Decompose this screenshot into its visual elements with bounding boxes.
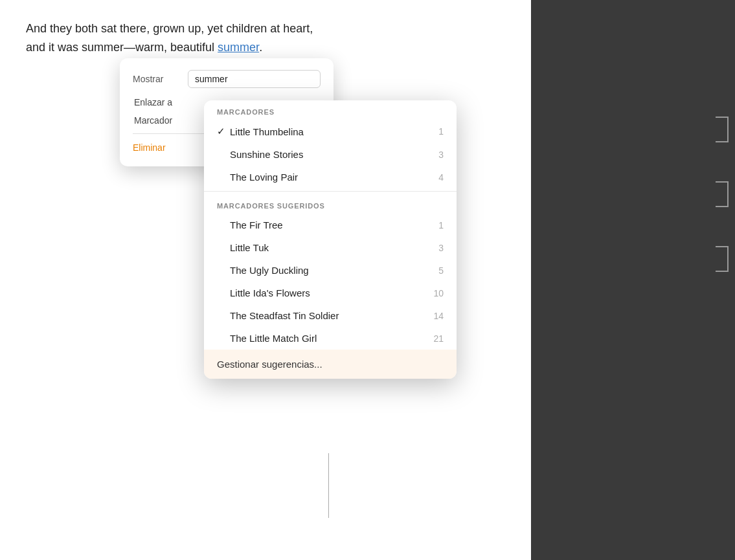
text-line1: And they both sat there, grown up, yet c… — [26, 22, 313, 35]
section2-header: MARCADORES SUGERIDOS — [204, 194, 457, 214]
list-item[interactable]: The Steadfast Tin Soldier 14 — [204, 304, 457, 327]
item-label: The Ugly Duckling — [230, 265, 432, 276]
item-number: 14 — [433, 311, 444, 321]
mostrar-row: Mostrar — [133, 70, 321, 88]
mostrar-label: Mostrar — [133, 74, 188, 84]
dropdown-panel: MARCADORES ✓ Little Thumbelina 1 Sunshin… — [204, 100, 457, 379]
enlazar-label: Enlazar a — [134, 97, 172, 107]
scroll-indicators — [716, 117, 729, 272]
list-item[interactable]: The Little Match Girl 21 — [204, 327, 457, 350]
item-number: 5 — [438, 265, 444, 276]
item-label: Little Ida's Flowers — [230, 287, 427, 298]
item-number: 1 — [438, 220, 444, 230]
item-label: Sunshine Stories — [230, 149, 432, 160]
checkmark-icon: ✓ — [217, 126, 230, 137]
list-item[interactable]: Sunshine Stories 3 — [204, 143, 457, 166]
list-item[interactable]: The Loving Pair 4 — [204, 166, 457, 188]
item-number: 4 — [438, 172, 444, 183]
document-text: And they both sat there, grown up, yet c… — [26, 19, 505, 57]
list-item[interactable]: ✓ Little Thumbelina 1 — [204, 120, 457, 143]
item-label: The Steadfast Tin Soldier — [230, 310, 427, 321]
item-number: 3 — [438, 150, 444, 160]
highlighted-word: summer — [218, 41, 259, 54]
manage-suggestions-button[interactable]: Gestionar sugerencias... — [204, 350, 457, 379]
list-item[interactable]: The Ugly Duckling 5 — [204, 259, 457, 282]
search-input[interactable] — [188, 70, 321, 88]
marcador-label: Marcador — [134, 115, 172, 126]
item-number: 3 — [438, 243, 444, 253]
scroll-bracket-1 — [716, 117, 729, 142]
item-label: Little Thumbelina — [230, 126, 432, 137]
item-number: 1 — [438, 126, 444, 137]
item-label: The Fir Tree — [230, 219, 432, 230]
text-end: . — [259, 41, 262, 54]
section-divider — [204, 191, 457, 192]
scroll-bracket-2 — [716, 181, 729, 207]
text-line2: and it was summer—warm, beautiful — [26, 41, 218, 54]
scroll-bracket-3 — [716, 246, 729, 272]
right-panel — [531, 0, 735, 560]
list-item[interactable]: Little Tuk 3 — [204, 236, 457, 259]
section1-header: MARCADORES — [204, 100, 457, 120]
delete-button[interactable]: Eliminar — [133, 142, 166, 153]
item-number: 10 — [433, 288, 444, 298]
item-number: 21 — [433, 333, 444, 344]
list-item[interactable]: The Fir Tree 1 — [204, 214, 457, 236]
list-item[interactable]: Little Ida's Flowers 10 — [204, 282, 457, 304]
connector-line — [328, 453, 329, 518]
item-label: Little Tuk — [230, 242, 432, 253]
item-label: The Loving Pair — [230, 172, 432, 183]
item-label: The Little Match Girl — [230, 333, 427, 344]
